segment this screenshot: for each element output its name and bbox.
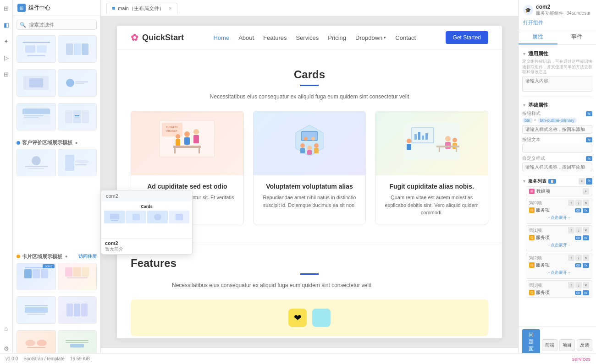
card-thumb-4[interactable] (58, 296, 97, 324)
basic-section-title[interactable]: ▼ 基础属性 (522, 100, 592, 110)
svg-rect-38 (422, 136, 424, 140)
item-1-del[interactable]: × (583, 227, 589, 234)
btn-text-input[interactable]: See all services (522, 144, 592, 152)
nav-about[interactable]: About (238, 34, 254, 41)
thumb-2[interactable] (58, 35, 97, 63)
component-meta-text: 34sundesar (567, 11, 590, 16)
svg-rect-9 (176, 139, 180, 146)
item-0-fx[interactable]: fx (583, 208, 589, 213)
play-nav-icon[interactable]: ▷ (2, 53, 11, 62)
item-3-down[interactable]: ↓ (575, 282, 582, 288)
general-section-title[interactable]: ▼ 通用属性 (522, 49, 592, 59)
item-2-label: 服务项 (536, 262, 574, 268)
service-group-header: ⊞ 数组项 + (529, 188, 589, 195)
item-2-up[interactable]: ↑ (568, 255, 574, 261)
section-label-reviews: 客户评价区域展示模板 ● (13, 136, 100, 147)
card-thumb-1[interactable]: com2 (17, 263, 56, 290)
btn-style-fx[interactable]: fx (586, 111, 592, 116)
review-thumb-2[interactable] (58, 149, 97, 176)
section-title-reviews: 客户评价区域展示模板 (22, 139, 72, 146)
canvas-tab-main[interactable]: main（主布局文件） × (106, 3, 177, 14)
btn-style-label: 按钮样式 fx (522, 110, 592, 117)
svg-rect-12 (199, 148, 200, 153)
item-3-del[interactable]: × (583, 282, 589, 288)
item-0-up[interactable]: ↑ (568, 200, 574, 206)
cards-title: Cards (131, 68, 488, 81)
card-thumbs: com2 (13, 261, 100, 364)
card-thumb-3[interactable] (17, 296, 56, 324)
item-1-up[interactable]: ↑ (568, 227, 574, 234)
item-0-expand[interactable]: - 点击展开 - (529, 213, 589, 222)
review-thumb-1[interactable] (17, 149, 56, 176)
far-left-nav: ⊞ ◧ ✦ ▷ ⊞ ⌂ ⚙ (0, 0, 13, 364)
tab-events[interactable]: 事件 (557, 30, 596, 44)
thumb-3[interactable] (17, 69, 56, 97)
basic-arrow: ▼ (522, 103, 526, 108)
thumb-5[interactable] (17, 103, 56, 130)
frontend-btn[interactable]: 前端 (542, 339, 557, 351)
section-title-cards: 卡片区域展示模板 (22, 253, 62, 260)
nav-features[interactable]: Features (263, 34, 287, 41)
custom-style-input[interactable] (522, 163, 592, 171)
section-divider (300, 85, 319, 86)
btn-text-fx[interactable]: fx (586, 137, 592, 142)
item-1-fx[interactable]: fx (583, 235, 589, 240)
item-2-down[interactable]: ↓ (575, 255, 582, 261)
star-nav-icon[interactable]: ✦ (2, 37, 11, 46)
btn-style-input[interactable] (522, 125, 592, 134)
card-thumb-2[interactable] (58, 263, 97, 290)
nav-services[interactable]: Services (296, 34, 319, 41)
nav-home[interactable]: Home (213, 34, 229, 41)
app-bottom-bar: v1.0.0 Bootstrap / template 16.59 KiB se… (0, 353, 596, 364)
component-info: 🎓 com2 服务功能组件 34sundesar (523, 4, 591, 16)
item-2-expand[interactable]: - 点击展开 - (529, 268, 589, 277)
item-0-del[interactable]: × (583, 200, 589, 206)
search-input[interactable] (17, 20, 97, 30)
service-item-0: 第[0]项 ↑ ↓ × ⊡ 服务项 00 fx (526, 198, 592, 224)
components-nav-icon[interactable]: ⊞ (2, 4, 11, 13)
item-3-fx[interactable]: fx (583, 290, 589, 295)
nav-contact[interactable]: Contact (395, 34, 416, 41)
item-1-down[interactable]: ↓ (575, 227, 582, 234)
custom-style-fx[interactable]: fx (586, 156, 592, 161)
layers-nav-icon[interactable]: ◧ (2, 20, 11, 29)
tab-close-icon[interactable]: × (169, 5, 171, 11)
service-fx[interactable]: fx (586, 178, 592, 185)
item-1-header: 第[1]项 ↑ ↓ × (529, 227, 589, 234)
item-3-up[interactable]: ↑ (568, 282, 574, 288)
thumb-4[interactable] (58, 69, 97, 97)
item-2-controls: ↑ ↓ × (568, 255, 589, 261)
component-link[interactable]: 打开组件 (523, 20, 543, 25)
thumb-6[interactable] (58, 103, 97, 130)
svg-rect-10 (173, 146, 201, 148)
canvas-content[interactable]: ✿ QuickStart Home About Features Service… (101, 16, 518, 348)
home-nav-icon[interactable]: ⌂ (2, 324, 11, 333)
thumb-1[interactable] (17, 35, 56, 63)
feedback-btn[interactable]: 反馈 (577, 339, 592, 351)
nav-dropdown[interactable]: Dropdown ▾ (355, 34, 386, 41)
item-0-down[interactable]: ↓ (575, 200, 582, 206)
nav-pricing[interactable]: Pricing (328, 34, 346, 41)
add-group-btn[interactable]: + (583, 188, 589, 195)
project-btn[interactable]: 项目 (559, 339, 575, 351)
item-0-label: 服务项 (536, 207, 574, 213)
get-started-button[interactable]: Get Started (446, 31, 488, 44)
item-3-row: ⊡ 服务项 00 fx (529, 289, 589, 296)
svg-point-16 (300, 143, 305, 148)
btn-style-tags: btn × btn-outline-primary (522, 118, 592, 123)
service-item-2: 第[2]项 ↑ ↓ × ⊡ 服务项 00 fx (526, 253, 592, 279)
component-thumbs-grid (13, 33, 100, 136)
general-input[interactable] (522, 76, 592, 92)
item-2-fx[interactable]: fx (583, 263, 589, 268)
section-link[interactable]: 访问住所 (78, 253, 97, 260)
add-service-btn[interactable]: + (579, 178, 585, 185)
panel-icon: ⊞ (17, 4, 26, 12)
features-divider (300, 273, 319, 275)
settings-nav-icon[interactable]: ⚙ (2, 344, 11, 353)
svg-rect-34 (439, 147, 440, 152)
grid-nav-icon[interactable]: ⊞ (2, 70, 11, 79)
item-2-del[interactable]: × (583, 255, 589, 261)
tab-props[interactable]: 属性 (519, 30, 557, 44)
search-icon: 🔍 (20, 22, 26, 28)
item-1-expand[interactable]: - 点击展开 - (529, 241, 589, 250)
